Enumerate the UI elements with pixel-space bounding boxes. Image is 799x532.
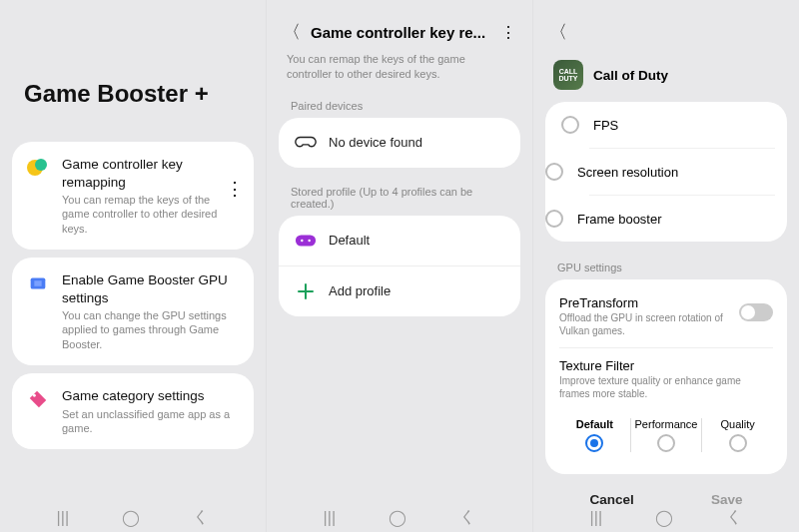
controller-icon bbox=[26, 156, 50, 180]
nav-home-icon[interactable]: ◯ bbox=[389, 508, 406, 527]
tf-performance[interactable]: Performance bbox=[630, 418, 702, 452]
list-text: Default bbox=[329, 233, 370, 248]
nav-back-icon[interactable]: く bbox=[459, 507, 475, 528]
game-name: Call of Duty bbox=[593, 68, 668, 83]
radio-label: Screen resolution bbox=[577, 165, 678, 180]
card-title: Enable Game Booster GPU settings bbox=[62, 271, 240, 306]
setting-desc: Improve texture quality or enhance game … bbox=[559, 374, 773, 400]
card-desc: You can change the GPU settings applied … bbox=[62, 308, 240, 351]
card-desc: You can remap the keys of the game contr… bbox=[62, 193, 240, 236]
svg-point-7 bbox=[308, 239, 310, 241]
card-remapping[interactable]: Game controller key remapping You can re… bbox=[12, 142, 254, 250]
nav-recents-icon[interactable]: ||| bbox=[324, 509, 336, 527]
nav-recents-icon[interactable]: ||| bbox=[590, 509, 602, 527]
profile-default[interactable]: Default bbox=[279, 216, 520, 266]
svg-point-6 bbox=[301, 239, 303, 241]
svg-point-1 bbox=[35, 159, 47, 171]
nav-back-icon[interactable]: く bbox=[726, 507, 742, 528]
svg-rect-5 bbox=[296, 235, 316, 246]
gamepad-icon bbox=[295, 132, 317, 154]
pretransform-toggle[interactable] bbox=[739, 303, 773, 321]
card-gpu[interactable]: Enable Game Booster GPU settings You can… bbox=[12, 258, 254, 365]
radio-icon bbox=[729, 434, 747, 452]
controller-badge-icon bbox=[295, 230, 317, 252]
game-app-icon: CALLDUTY bbox=[553, 60, 583, 90]
plus-icon bbox=[295, 280, 317, 302]
section-label: GPU settings bbox=[541, 254, 791, 279]
game-settings-panel: 〈 CALLDUTY Call of Duty FPS Screen resol… bbox=[532, 0, 799, 532]
tf-label: Default bbox=[559, 418, 630, 430]
more-icon[interactable]: ⋮ bbox=[500, 23, 516, 42]
app-title: Game Booster + bbox=[24, 80, 258, 108]
page-title: Game controller key re... bbox=[311, 24, 490, 41]
svg-rect-3 bbox=[34, 280, 41, 286]
nav-bar: ||| ◯ く bbox=[533, 507, 799, 528]
gpu-icon bbox=[26, 271, 50, 295]
nav-bar: ||| ◯ く bbox=[0, 507, 266, 528]
main-panel: Game Booster + ⋮ Game controller key rem… bbox=[0, 0, 266, 532]
more-icon[interactable]: ⋮ bbox=[226, 178, 244, 200]
option-fps[interactable]: FPS bbox=[545, 102, 787, 148]
radio-icon bbox=[585, 434, 603, 452]
card-desc: Set an unclassified game app as a game. bbox=[62, 407, 240, 436]
tf-label: Quality bbox=[702, 418, 773, 430]
page-description: You can remap the keys of the game contr… bbox=[275, 52, 524, 92]
svg-point-4 bbox=[33, 394, 36, 397]
list-text: No device found bbox=[329, 135, 422, 150]
tf-quality[interactable]: Quality bbox=[701, 418, 773, 452]
setting-title: Texture Filter bbox=[559, 358, 773, 373]
nav-back-icon[interactable]: く bbox=[193, 507, 209, 528]
remap-panel: 〈 Game controller key re... ⋮ You can re… bbox=[266, 0, 532, 532]
back-icon[interactable]: 〈 bbox=[283, 20, 301, 44]
card-title: Game category settings bbox=[62, 387, 240, 405]
option-frame-booster[interactable]: Frame booster bbox=[589, 195, 775, 242]
radio-icon bbox=[545, 210, 563, 228]
no-device-item: No device found bbox=[279, 118, 520, 168]
setting-desc: Offload the GPU in screen rotation of Vu… bbox=[559, 311, 729, 337]
tag-icon bbox=[26, 387, 50, 411]
card-title: Game controller key remapping bbox=[62, 156, 240, 191]
radio-label: FPS bbox=[593, 118, 618, 133]
radio-icon bbox=[657, 434, 675, 452]
list-text: Add profile bbox=[329, 283, 391, 298]
nav-home-icon[interactable]: ◯ bbox=[122, 508, 140, 527]
radio-icon bbox=[561, 116, 579, 134]
tf-label: Performance bbox=[631, 418, 702, 430]
option-resolution[interactable]: Screen resolution bbox=[589, 148, 775, 195]
back-icon[interactable]: 〈 bbox=[549, 20, 567, 44]
card-category[interactable]: Game category settings Set an unclassifi… bbox=[12, 373, 254, 449]
section-label: Paired devices bbox=[275, 92, 524, 118]
add-profile[interactable]: Add profile bbox=[279, 266, 520, 316]
nav-recents-icon[interactable]: ||| bbox=[57, 509, 69, 527]
radio-label: Frame booster bbox=[577, 212, 662, 227]
save-button[interactable]: Save bbox=[711, 492, 743, 507]
nav-home-icon[interactable]: ◯ bbox=[655, 508, 673, 527]
nav-bar: ||| ◯ く bbox=[267, 507, 532, 528]
tf-default[interactable]: Default bbox=[559, 418, 630, 452]
setting-title: PreTransform bbox=[559, 295, 729, 310]
cancel-button[interactable]: Cancel bbox=[590, 492, 634, 507]
section-label: Stored profile (Up to 4 profiles can be … bbox=[275, 178, 524, 216]
radio-icon bbox=[545, 163, 563, 181]
